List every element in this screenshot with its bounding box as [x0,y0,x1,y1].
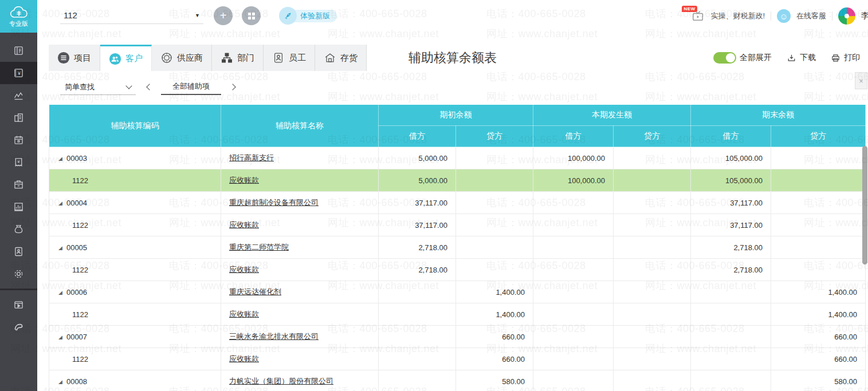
collapse-triangle-icon[interactable]: ◢ [58,245,62,251]
download-button[interactable]: 下载 [787,53,816,63]
account-name-link[interactable]: 应收账款 [229,354,259,363]
table-row[interactable]: ◢1122 应收账款 1,400.00 1,400.00 [49,303,866,326]
bill-icon[interactable]: ¥ [0,151,37,173]
collapse-triangle-icon[interactable]: ◢ [58,156,62,161]
table-row[interactable]: ◢00008 力帆实业（集团）股份有限公司 580.00 580.00 [49,370,866,391]
amount-cell [456,236,533,259]
table-row[interactable]: ◢00003 招行高新支行 5,000.00 100,000.00 105,00… [49,147,866,169]
tab-department[interactable]: 部门 [212,45,264,71]
table-header: 辅助核算编码 辅助核算名称 期初余额 本期发生额 期末余额 借方 贷方 借方 贷… [49,105,866,147]
amount-cell [379,326,456,348]
table-row[interactable]: ◢1122 应收账款 2,718.00 2,718.00 [49,259,866,281]
amount-cell: 660.00 [456,348,533,370]
row-code: 00008 [66,377,87,386]
news-ticker[interactable]: 实操、财税新政! [710,11,765,21]
account-value: 112 [64,10,77,20]
settings-gear-icon[interactable] [0,263,37,285]
next-item-arrow[interactable] [229,84,235,90]
account-name-link[interactable]: 应收账款 [229,176,259,184]
toolbar-actions: 全部展开 下载 打印 [713,45,860,71]
header-credit: 贷方 [771,126,866,147]
fund-icon[interactable] [0,218,37,240]
account-select[interactable]: 112 ▼ [60,7,203,24]
vertical-scrollbar-thumb[interactable] [862,146,867,264]
amount-cell [379,281,456,303]
account-name-link[interactable]: 重庆远达催化剂 [229,287,281,296]
news-tv-icon[interactable]: NEW [691,10,705,22]
cashier-icon[interactable] [0,173,37,196]
amount-cell [456,259,533,281]
table-row[interactable]: ◢1122 应收账款 37,117.00 37,117.00 [49,214,866,236]
amount-cell: 1,400.00 [456,281,533,303]
topbar-right: NEW 实操、财税新政! ☺ 在线客服 李 [691,0,868,32]
main-area: 112 ▼ + 体验新版 NEW 实操、财税新政! ☺ 在线客服 李 [37,0,868,391]
expand-all-control: 全部展开 [713,52,772,64]
apps-grid-button[interactable] [242,6,261,25]
account-name-link[interactable]: 重庆第二师范学院 [229,243,289,251]
print-button[interactable]: 打印 [831,53,860,63]
amount-cell: 2,718.00 [691,259,771,281]
header-debit: 借方 [533,126,614,147]
collapse-triangle-icon[interactable]: ◢ [58,334,62,340]
report-chart-icon[interactable] [0,84,37,106]
amount-cell [456,147,533,169]
amount-cell: 2,718.00 [379,259,456,281]
tab-supplier[interactable]: 供应商 [152,45,212,71]
amount-cell [533,236,614,259]
amount-cell: 37,117.00 [691,214,771,236]
tab-customer[interactable]: 客户 [100,45,152,71]
table-row[interactable]: ◢00006 重庆远达催化剂 1,400.00 1,400.00 [49,281,866,303]
table-row[interactable]: ◢1122 应收账款 5,000.00 100,000.00 105,000.0… [49,169,866,192]
journal-icon[interactable] [0,40,37,62]
user-name[interactable]: 李 [861,11,868,21]
try-new-version-button[interactable]: 体验新版 [279,7,337,25]
amount-cell: 1,400.00 [771,303,866,326]
amount-cell [533,281,614,303]
tab-inventory[interactable]: 存货 [315,45,367,71]
collapse-triangle-icon[interactable]: ◢ [58,379,62,385]
search-mode-select[interactable]: 简单查找 [60,79,136,95]
user-avatar[interactable] [838,7,855,25]
brand-logo[interactable]: 专业版 [0,0,37,33]
table-row[interactable]: ◢00007 三峡水务渝北排水有限公司 660.00 660.00 [49,326,866,348]
prev-item-arrow[interactable] [146,84,152,90]
tab-label: 员工 [289,53,306,64]
video-icon[interactable] [0,294,37,316]
calendar-icon[interactable] [0,129,37,151]
tab-project[interactable]: 项目 [49,45,100,71]
aux-scope-select[interactable]: 全部辅助项 [161,79,221,95]
amount-cell [614,281,691,303]
header-name: 辅助核算名称 [221,105,379,147]
employee-badge-icon [272,52,285,64]
account-name-link[interactable]: 应收账款 [229,310,259,318]
table-row[interactable]: ◢00005 重庆第二师范学院 2,718.00 2,718.00 [49,236,866,259]
account-name-link[interactable]: 应收账款 [229,265,259,274]
plus-icon: + [220,9,227,22]
voucher-icon[interactable]: ¥ [0,62,37,84]
online-service-link[interactable]: 在线客服 [796,11,826,21]
amount-cell [379,303,456,326]
account-name-link[interactable]: 力帆实业（集团）股份有限公司 [229,377,333,385]
company-icon[interactable] [0,106,37,129]
phone-icon[interactable] [0,316,37,338]
collapse-triangle-icon[interactable]: ◢ [58,290,62,295]
amount-cell [533,214,614,236]
account-name-link[interactable]: 招行高新支行 [229,153,274,162]
amount-cell: 37,117.00 [379,214,456,236]
table-row[interactable]: ◢00004 重庆超前制冷设备有限公司 37,117.00 37,117.00 [49,192,866,214]
expand-all-toggle[interactable] [713,52,736,64]
tab-label: 客户 [125,53,143,64]
amount-cell [614,303,691,326]
tab-band: 辅助核算余额表 项目 客户 供应商 部门 员工 [37,45,868,71]
account-name-link[interactable]: 应收账款 [229,220,259,229]
amount-cell: 1,400.00 [456,303,533,326]
add-button[interactable]: + [214,6,233,25]
account-name-link[interactable]: 三峡水务渝北排水有限公司 [229,332,319,341]
account-name-link[interactable]: 重庆超前制冷设备有限公司 [229,198,319,207]
panel-collapse-button[interactable]: × [855,72,867,89]
table-row[interactable]: ◢1122 应收账款 660.00 660.00 [49,348,866,370]
tab-employee[interactable]: 员工 [264,45,315,71]
collapse-triangle-icon[interactable]: ◢ [58,200,62,206]
contacts-icon[interactable] [0,240,37,263]
statement-icon[interactable] [0,196,37,218]
